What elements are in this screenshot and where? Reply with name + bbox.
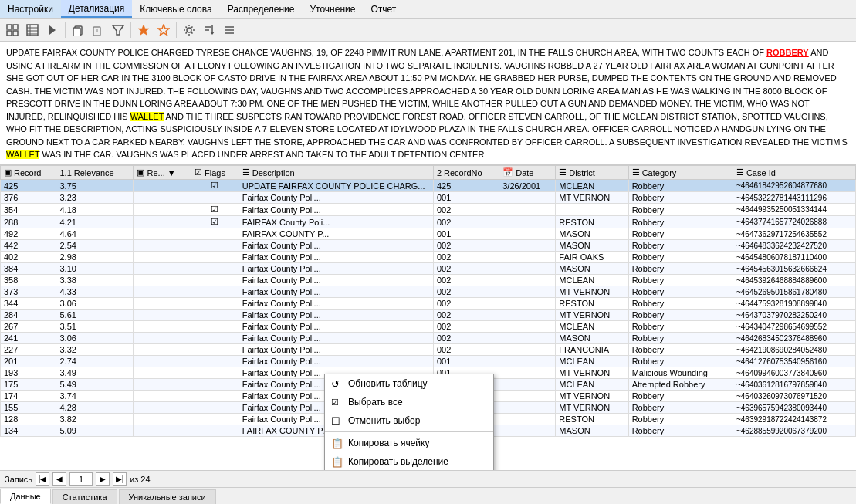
- cell-recordno: 002: [433, 344, 499, 356]
- cell-caseid: ~46464833624232427520: [733, 240, 855, 252]
- cell-relevance: 3.32: [56, 344, 134, 356]
- cell-district: MT VERNON: [556, 367, 628, 379]
- context-menu-item-label: Отменить выбор: [348, 415, 420, 426]
- svg-rect-0: [7, 25, 12, 29]
- table-row[interactable]: 267 3.51 Fairfax County Poli... 002 MCLE…: [1, 321, 856, 333]
- table-row[interactable]: 344 3.06 Fairfax County Poli... 002 REST…: [1, 298, 856, 310]
- table-header-row: ▣Record 1.1Relevance ▣Re...▼ ☑Flags ☰Des…: [1, 166, 856, 180]
- col-caseid[interactable]: ☰Case Id: [733, 166, 855, 180]
- context-menu-item-icon: ☑: [331, 397, 339, 408]
- cell-record: 241: [1, 333, 56, 344]
- cell-re: [134, 192, 191, 204]
- svg-marker-15: [113, 25, 123, 35]
- cell-record: 227: [1, 344, 56, 356]
- cell-desc: FAIRFAX COUNTY P...: [239, 228, 433, 240]
- toolbar-list-btn[interactable]: [220, 21, 239, 39]
- col-relevance[interactable]: 1.1Relevance: [56, 166, 134, 180]
- cell-recordno: 001: [433, 192, 499, 204]
- col-recordno[interactable]: 2RecordNo: [433, 166, 499, 180]
- table-row[interactable]: 241 3.06 Fairfax County Poli... 002 MASO…: [1, 333, 856, 344]
- cell-re: [134, 379, 191, 391]
- toolbar-clipboard-btn[interactable]: [69, 21, 87, 39]
- tab-unique[interactable]: Уникальные записи: [119, 489, 216, 504]
- toolbar-filter-icon-btn[interactable]: [109, 21, 127, 39]
- table-row[interactable]: 425 3.75 ☑ UPDATE FAIRFAX COUNTY POLICE …: [1, 180, 856, 192]
- cell-category: Robbery: [628, 192, 733, 204]
- cell-relevance: 5.09: [56, 425, 134, 437]
- menu-nastroyki[interactable]: Настройки: [0, 0, 61, 18]
- cell-record: 354: [1, 204, 56, 216]
- cell-record: 284: [1, 310, 56, 321]
- table-row[interactable]: 354 4.18 ☑ Fairfax County Poli... 002 Ro…: [1, 204, 856, 216]
- col-description[interactable]: ☰Description: [239, 166, 433, 180]
- col-district[interactable]: ☰District: [556, 166, 628, 180]
- cell-record: 174: [1, 391, 56, 402]
- tab-data[interactable]: Данные: [0, 489, 51, 504]
- cell-caseid: ~46403260973076971520: [733, 391, 855, 402]
- cell-district: MASON: [556, 333, 628, 344]
- col-record[interactable]: ▣Record: [1, 166, 56, 180]
- table-row[interactable]: 288 4.21 ☑ FAIRFAX County Poli... 002 RE…: [1, 216, 856, 228]
- menu-refinement[interactable]: Уточнение: [302, 0, 363, 18]
- col-flags[interactable]: ☑Flags: [191, 166, 239, 180]
- col-re[interactable]: ▣Re...▼: [134, 166, 191, 180]
- nav-first-btn[interactable]: |◀: [36, 472, 49, 486]
- cell-caseid: ~46461842952604877680: [733, 180, 855, 192]
- table-row[interactable]: 442 2.54 Fairfax County Poli... 002 MASO…: [1, 240, 856, 252]
- col-date[interactable]: 📅Date: [499, 166, 556, 180]
- table-row[interactable]: 358 3.38 Fairfax County Poli... 002 MCLE…: [1, 275, 856, 286]
- context-menu-item[interactable]: 📋Копировать ячейку: [325, 434, 493, 452]
- table-row[interactable]: 284 5.61 Fairfax County Poli... 002 MT V…: [1, 310, 856, 321]
- table-row[interactable]: 402 2.98 Fairfax County Poli... 002 FAIR…: [1, 252, 856, 263]
- menu-detalizaciya[interactable]: Детализация: [61, 0, 132, 18]
- nav-last-btn[interactable]: ▶|: [113, 472, 127, 486]
- cell-district: MCLEAN: [556, 275, 628, 286]
- cell-record: 193: [1, 367, 56, 379]
- toolbar-table-btn[interactable]: [23, 21, 42, 39]
- context-menu-item[interactable]: ↺Обновить таблицу: [325, 374, 493, 393]
- cell-district: [556, 204, 628, 216]
- menu-distribution[interactable]: Распределение: [220, 0, 303, 18]
- nav-next-btn[interactable]: ▶: [96, 472, 110, 486]
- menu-report[interactable]: Отчет: [363, 0, 404, 18]
- cell-relevance: 4.21: [56, 216, 134, 228]
- context-menu-item[interactable]: ☐Отменить выбор: [325, 411, 493, 430]
- toolbar-sort-btn[interactable]: [200, 21, 218, 39]
- cell-category: Robbery: [628, 180, 733, 192]
- table-row[interactable]: 384 3.10 Fairfax County Poli... 002 MASO…: [1, 263, 856, 275]
- cell-date: [499, 344, 556, 356]
- table-row[interactable]: 201 2.74 Fairfax County Poli... 001 MCLE…: [1, 356, 856, 367]
- cell-district: MASON: [556, 425, 628, 437]
- toolbar: [0, 19, 856, 42]
- context-menu-item-label: Копировать выделение: [348, 456, 448, 467]
- toolbar-star2-btn[interactable]: [154, 21, 173, 39]
- table-row[interactable]: 227 3.32 Fairfax County Poli... 002 FRAN…: [1, 344, 856, 356]
- cell-flags: [191, 192, 239, 204]
- bottom-tabs: Данные Статистика Уникальные записи: [0, 487, 856, 504]
- tab-statistics[interactable]: Статистика: [52, 489, 117, 504]
- cell-category: Robbery: [628, 240, 733, 252]
- cell-flags: [191, 286, 239, 298]
- cell-re: [134, 180, 191, 192]
- toolbar-grid-btn[interactable]: [3, 21, 22, 39]
- toolbar-settings-btn[interactable]: [180, 21, 198, 39]
- table-row[interactable]: 492 4.64 FAIRFAX COUNTY P... 001 MASON R…: [1, 228, 856, 240]
- table-row[interactable]: 373 4.33 Fairfax County Poli... 002 MT V…: [1, 286, 856, 298]
- nav-prev-btn[interactable]: ◀: [52, 472, 66, 486]
- menu-keywords[interactable]: Ключевые слова: [132, 0, 219, 18]
- cell-record: 201: [1, 356, 56, 367]
- toolbar-star-btn[interactable]: [134, 21, 153, 39]
- context-menu-item[interactable]: ☑Выбрать все: [325, 393, 493, 411]
- record-number-input[interactable]: [69, 472, 93, 486]
- cell-caseid: ~46409946003773840960: [733, 367, 855, 379]
- toolbar-copy2-btn[interactable]: [89, 21, 107, 39]
- table-row[interactable]: 376 3.23 Fairfax County Poli... 001 MT V…: [1, 192, 856, 204]
- cell-district: MT VERNON: [556, 192, 628, 204]
- text-preview: UPDATE FAIRFAX COUNTY POLICE CHARGED TYR…: [0, 42, 856, 165]
- col-category[interactable]: ☰Category: [628, 166, 733, 180]
- cell-date: [499, 286, 556, 298]
- context-menu-item[interactable]: 📋Копировать выделение: [325, 452, 493, 470]
- cell-date: [499, 310, 556, 321]
- cell-flags: [191, 425, 239, 437]
- toolbar-arrow-btn[interactable]: [43, 21, 62, 39]
